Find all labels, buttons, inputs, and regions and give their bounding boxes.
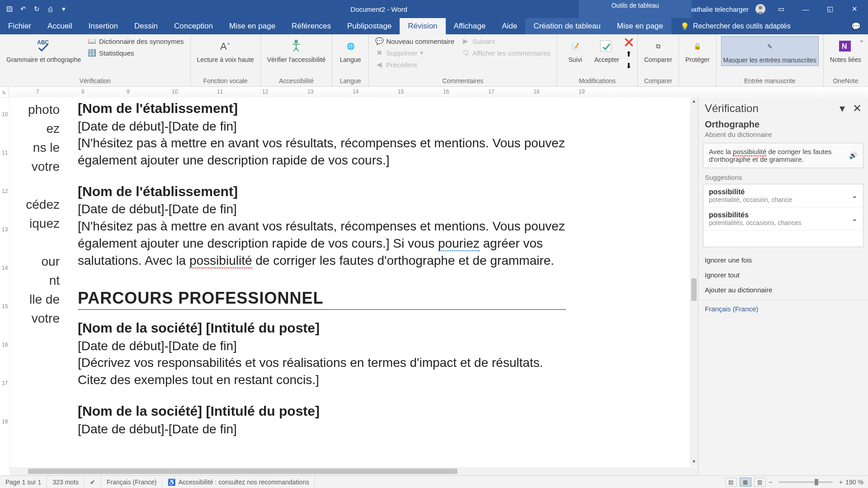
horizontal-ruler[interactable]: ⊾ 78910111213141516171819 [0, 87, 868, 98]
compare-button[interactable]: ⧉ Comparer [642, 36, 674, 65]
group-speech: A» Lecture à voix haute Fonction vocale [191, 34, 261, 86]
vertical-ruler[interactable]: 101112131415161718 [0, 98, 10, 475]
tab-design[interactable]: Conception [166, 18, 221, 34]
read-aloud-button[interactable]: A» Lecture à voix haute [195, 36, 256, 65]
add-to-dictionary-link[interactable]: Ajouter au dictionnaire [698, 282, 868, 297]
track-changes-button[interactable]: 📝 Suivi [561, 36, 589, 65]
tell-me-search[interactable]: 💡 Rechercher des outils adaptés [680, 18, 791, 34]
hide-ink-button[interactable]: ✎ Masquer les entrées manuscrites [721, 36, 819, 66]
zoom-level[interactable]: 190 % [845, 479, 863, 486]
status-proof-icon[interactable]: ✔ [85, 476, 101, 488]
grammar-error[interactable]: pouriez [438, 236, 480, 251]
accept-button[interactable]: Accepter [592, 36, 621, 65]
quick-access-toolbar: ↶ ↻ ⎙ ▾ [0, 4, 73, 14]
reject-icon[interactable]: ❌ [625, 38, 633, 46]
status-word-count[interactable]: 323 mots [47, 476, 85, 488]
tab-review[interactable]: Révision [400, 18, 445, 34]
protect-button[interactable]: 🔒 Protéger [684, 36, 712, 65]
status-bar: Page 1 sur 1 323 mots ✔ Français (France… [0, 475, 868, 488]
save-icon[interactable] [5, 4, 14, 14]
view-web-layout-icon[interactable]: ▥ [754, 478, 766, 487]
scroll-thumb[interactable] [691, 278, 697, 301]
spelling-error[interactable]: possibiulité [189, 253, 252, 268]
proofing-language-link[interactable]: Français (France) [698, 300, 868, 317]
delete-comment-button[interactable]: ✖Supprimer ▾ [373, 48, 456, 58]
status-language[interactable]: Français (France) [101, 476, 162, 488]
left-column-clip: photoezns levotre cédeziquez ourntlle de… [10, 98, 60, 475]
dates-2: [Date de début]-[Date de fin] [78, 201, 566, 218]
tab-help[interactable]: Aide [494, 18, 525, 34]
tab-home[interactable]: Accueil [39, 18, 80, 34]
language-button[interactable]: 🌐 Langue [337, 36, 364, 65]
undo-icon[interactable]: ↶ [18, 4, 28, 14]
tell-me-placeholder: Rechercher des outils adaptés [693, 22, 791, 30]
zoom-knob[interactable] [815, 479, 818, 485]
tab-file[interactable]: Fichier [0, 18, 39, 34]
qat-customize-icon[interactable]: ▾ [59, 4, 69, 14]
group-language: 🌐 Langue Langue [332, 34, 369, 86]
tab-draw[interactable]: Dessin [126, 18, 166, 34]
minimize-icon[interactable]: — [797, 2, 815, 16]
pane-options-icon[interactable]: ▾ [840, 102, 845, 114]
tab-table-layout[interactable]: Mise en page [609, 18, 671, 34]
chevron-down-icon: ▾ [420, 49, 424, 57]
horizontal-scrollbar[interactable] [10, 467, 698, 475]
suggestion-item[interactable]: possibilité potentialité, occasion, chan… [703, 184, 863, 207]
share-icon[interactable]: 💬 [844, 18, 868, 34]
group-protect: 🔒 Protéger [679, 34, 717, 86]
vertical-scrollbar[interactable]: ▴ ▾ [690, 98, 698, 466]
chevron-down-icon[interactable]: ⌄ [852, 192, 858, 200]
word-count-button[interactable]: 🔢Statistiques [86, 48, 186, 58]
next-comment-button[interactable]: ▶Suivant [460, 36, 552, 46]
suggestion-item[interactable]: possibilités potentialités, occasions, c… [703, 207, 863, 230]
zoom-slider[interactable] [778, 481, 833, 483]
print-preview-icon[interactable]: ⎙ [45, 4, 55, 14]
group-label: Accessibilité [265, 77, 328, 86]
zoom-out-icon[interactable]: − [769, 479, 772, 486]
maximize-icon[interactable]: ◱ [821, 2, 839, 16]
check-accessibility-button[interactable]: Vérifier l'accessibilité [265, 36, 328, 65]
collapse-ribbon-icon[interactable]: ⌄ [859, 36, 864, 43]
speaker-icon[interactable]: 🔊 [849, 151, 858, 160]
svg-rect-6 [600, 41, 611, 52]
prev-change-icon[interactable]: ⬆ [625, 50, 633, 58]
status-accessibility[interactable]: ♿Accessibilité : consultez nos recommand… [162, 476, 315, 488]
chevron-down-icon[interactable]: ⌄ [852, 215, 858, 223]
pane-close-icon[interactable]: ✕ [853, 102, 862, 114]
ink-icon: ✎ [762, 38, 778, 55]
next-change-icon[interactable]: ⬇ [625, 61, 633, 70]
previous-comment-button[interactable]: ◀Précédent [373, 60, 456, 70]
document-page[interactable]: [Nom de l'établissement] [Date de début]… [78, 98, 566, 437]
close-icon[interactable]: ✕ [845, 2, 863, 16]
ribbon-display-options-icon[interactable]: ▭ [772, 2, 790, 16]
view-print-layout-icon[interactable]: ▦ [740, 478, 751, 487]
scroll-thumb[interactable] [28, 469, 458, 474]
ignore-once-link[interactable]: Ignorer une fois [698, 253, 868, 267]
tab-table-design[interactable]: Création de tableau [525, 18, 609, 34]
scroll-down-icon[interactable]: ▾ [690, 458, 698, 466]
user-area: nathalie telecharger ▭ — ◱ ✕ [684, 2, 868, 16]
ignore-all-link[interactable]: Ignorer tout [698, 267, 868, 282]
tab-mailings[interactable]: Publipostage [339, 18, 400, 34]
user-avatar[interactable] [755, 4, 766, 14]
tab-layout[interactable]: Mise en page [221, 18, 283, 34]
tab-references[interactable]: Références [283, 18, 339, 34]
group-compare: ⧉ Comparer Comparer [638, 34, 679, 86]
zoom-in-icon[interactable]: + [839, 479, 843, 486]
group-comments: 💬Nouveau commentaire ✖Supprimer ▾ ◀Précé… [369, 34, 557, 86]
view-read-mode-icon[interactable]: ▤ [725, 478, 737, 487]
workspace: 101112131415161718 photoezns levotre céd… [0, 98, 868, 475]
thesaurus-button[interactable]: 📖Dictionnaire des synonymes [86, 36, 186, 46]
linked-notes-button[interactable]: N Notes liées [828, 36, 863, 65]
tab-insert[interactable]: Insertion [80, 18, 126, 34]
repeat-icon[interactable]: ↻ [32, 4, 42, 14]
svg-text:A: A [220, 41, 227, 52]
scroll-up-icon[interactable]: ▴ [690, 98, 698, 106]
spelling-grammar-button[interactable]: ABC Grammaire et orthographe [5, 36, 83, 65]
new-comment-button[interactable]: 💬Nouveau commentaire [373, 36, 456, 46]
suggestions-label: Suggestions [698, 174, 868, 184]
status-page[interactable]: Page 1 sur 1 [0, 476, 47, 488]
document-area[interactable]: photoezns levotre cédeziquez ourntlle de… [10, 98, 698, 475]
show-comments-button[interactable]: 🗨Afficher les commentaires [460, 48, 552, 58]
tab-view[interactable]: Affichage [446, 18, 494, 34]
